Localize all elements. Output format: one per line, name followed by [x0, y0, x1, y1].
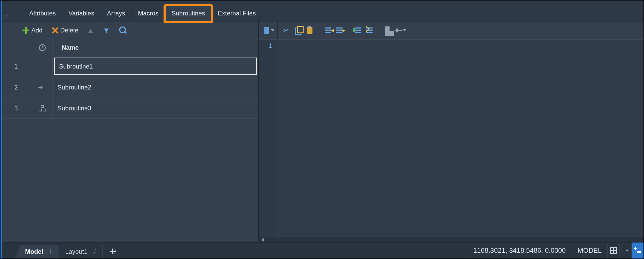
cut-icon — [283, 26, 291, 34]
delete-button[interactable]: Delete — [48, 25, 82, 36]
snap-menu-button[interactable] — [619, 243, 631, 258]
grid-icon — [610, 247, 617, 254]
row-type-icon — [32, 98, 53, 119]
comment-button[interactable] — [353, 25, 364, 36]
document-icon — [263, 26, 271, 34]
move-down-button[interactable] — [99, 25, 113, 35]
indent-icon — [336, 26, 344, 34]
add-button[interactable]: Add — [19, 25, 46, 36]
layout-icon — [385, 26, 393, 34]
layout1-tab[interactable]: Layout1 / — [59, 245, 103, 258]
uncomment-icon — [366, 26, 374, 34]
delete-icon — [51, 27, 58, 34]
new-layout-tab[interactable]: / — [103, 245, 123, 258]
paste-icon — [306, 26, 314, 34]
space-indicator[interactable]: MODEL — [572, 243, 607, 258]
cursor-icon — [633, 245, 643, 256]
arrow-left-icon — [38, 85, 46, 90]
list-header-info[interactable]: i — [32, 39, 53, 56]
line-gutter: 1 — [259, 40, 277, 237]
list-body: 1 Subroutine1 2 Subroutine2 3 Subroutine… — [1, 56, 258, 242]
layout1-tab-label: Layout1 — [65, 248, 88, 255]
outdent-icon — [325, 26, 333, 34]
uncomment-button[interactable] — [364, 25, 376, 36]
grid-toggle-button[interactable] — [607, 243, 619, 258]
editor-horizontal-scrollbar[interactable] — [259, 237, 643, 242]
list-header-num — [1, 39, 32, 56]
code-editor-panel: 1 — [259, 21, 643, 242]
hierarchy-icon — [39, 105, 46, 111]
editor-options-button[interactable] — [263, 25, 274, 36]
editor-toolbar — [259, 21, 643, 39]
tab-label: Variables — [68, 10, 94, 17]
gutter-line-number: 1 — [259, 42, 272, 49]
left-accent-bar — [1, 1, 2, 258]
name-column-label: Name — [62, 44, 79, 51]
panel-drag-handle[interactable] — [4, 15, 8, 20]
model-tab[interactable]: Model / — [15, 245, 59, 258]
panel-tabs: Attributes Variables Arrays Macros Subro… — [1, 1, 643, 21]
tab-attributes[interactable]: Attributes — [23, 6, 62, 21]
tab-label: External Files — [218, 10, 256, 17]
row-type-icon — [32, 56, 53, 77]
delete-button-label: Delete — [60, 27, 78, 34]
tab-label: Macros — [138, 10, 159, 17]
move-up-button[interactable] — [84, 25, 98, 35]
outdent-button[interactable] — [323, 25, 334, 36]
tab-arrays[interactable]: Arrays — [101, 6, 132, 21]
status-bar: Model / Layout1 / / 1168.3021, 3418.5486… — [1, 242, 643, 258]
list-header-name[interactable]: Name — [53, 39, 258, 56]
tab-label: Arrays — [107, 10, 125, 17]
tab-label: Subroutines — [172, 10, 205, 17]
row-name-cell[interactable]: Subroutine1 — [54, 58, 257, 75]
row-type-icon — [32, 77, 53, 98]
tab-macros[interactable]: Macros — [132, 6, 165, 21]
table-row[interactable]: 2 Subroutine2 — [1, 77, 258, 98]
cursor-coordinates: 1168.3021, 3418.5486, 0.0000 — [467, 243, 571, 258]
chevron-down-icon — [625, 250, 629, 252]
row-number: 2 — [1, 77, 32, 98]
copy-icon — [295, 26, 303, 34]
search-icon — [119, 26, 127, 35]
arrow-left-icon — [394, 26, 402, 34]
layout-button[interactable] — [383, 25, 394, 36]
row-name-cell[interactable]: Subroutine3 — [53, 98, 258, 119]
find-button[interactable] — [115, 24, 131, 36]
paste-button[interactable] — [304, 25, 316, 36]
arrow-down-icon — [103, 27, 110, 34]
list-toolbar: Add Delete — [1, 21, 258, 39]
subroutine-list-panel: Add Delete i — [1, 21, 259, 242]
list-header-row: i Name — [1, 39, 258, 56]
row-number: 3 — [1, 98, 32, 119]
arrow-up-icon — [87, 27, 94, 34]
indent-button[interactable] — [334, 25, 346, 36]
info-icon: i — [39, 44, 46, 51]
chevron-down-icon — [403, 29, 406, 31]
editor-body: 1 — [259, 39, 643, 237]
tab-separator: / — [45, 248, 51, 255]
tab-subroutines[interactable]: Subroutines — [165, 6, 212, 21]
tab-label: Attributes — [29, 10, 56, 17]
cut-button[interactable] — [281, 25, 293, 36]
model-tab-label: Model — [25, 248, 43, 255]
layout-tabs: Model / Layout1 / / — [1, 243, 123, 258]
comment-icon — [355, 26, 363, 34]
cursor-mode-button[interactable] — [631, 243, 643, 258]
tab-external-files[interactable]: External Files — [212, 6, 262, 21]
table-row[interactable]: 1 Subroutine1 — [1, 56, 258, 77]
tab-separator: / — [89, 248, 96, 255]
plus-icon — [22, 27, 29, 34]
back-button[interactable] — [394, 25, 406, 36]
tab-variables[interactable]: Variables — [62, 6, 101, 21]
add-button-label: Add — [31, 27, 43, 34]
scroll-left-icon[interactable] — [260, 238, 265, 242]
row-name-cell[interactable]: Subroutine2 — [53, 77, 258, 98]
copy-button[interactable] — [293, 25, 304, 36]
code-textarea[interactable] — [277, 40, 643, 237]
row-number: 1 — [1, 56, 32, 77]
table-row[interactable]: 3 Subroutine3 — [1, 98, 258, 119]
